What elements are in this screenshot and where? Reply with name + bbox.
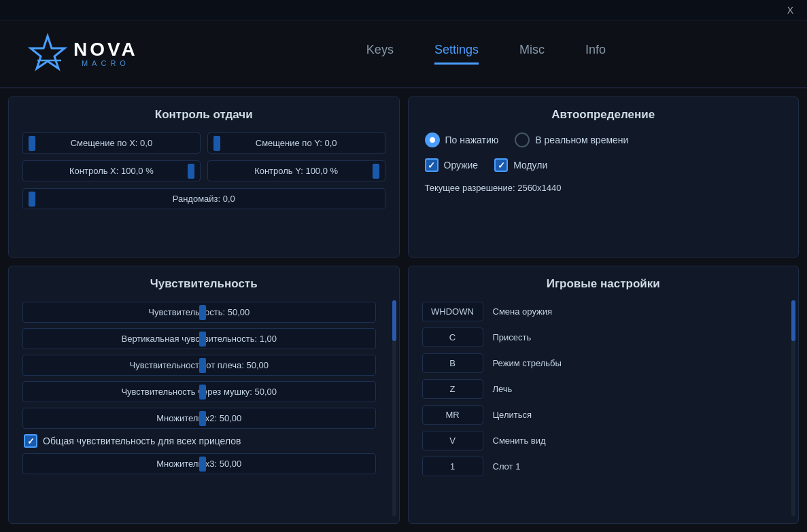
sensitivity-fields: Чувствительность: 50,00 Вертикальная чув…	[22, 302, 385, 474]
radio-press[interactable]: По нажатию	[425, 132, 499, 147]
header: NOVA MACRO Keys Settings Misc Info	[0, 20, 807, 88]
sens-checkbox-box[interactable]	[24, 434, 37, 448]
recoil-control-x-field[interactable]: Контроль X: 100,0 %	[22, 160, 201, 181]
sens-field-1[interactable]: Вертикальная чувствительность: 1,00	[22, 328, 376, 349]
svg-marker-0	[31, 36, 65, 69]
action-label-5: Сменить вид	[493, 436, 546, 446]
sensitivity-title: Чувствительность	[22, 277, 385, 291]
game-row-2: B Режим стрельбы	[422, 353, 776, 373]
game-row-0: WHDOWN Смена оружия	[422, 302, 776, 321]
radio-press-label: По нажатию	[445, 135, 499, 145]
sens-thumb-4	[199, 411, 206, 426]
sens-field-5[interactable]: Множитель x3: 50,00	[22, 453, 376, 474]
logo-nova: NOVA	[73, 40, 138, 59]
sens-field-3[interactable]: Чувствительность через мушку: 50,00	[22, 381, 376, 402]
sens-thumb-0	[199, 305, 206, 320]
sensitivity-panel: Чувствительность Чувствительность: 50,00…	[8, 266, 400, 524]
radio-realtime-circle	[515, 132, 530, 147]
checkbox-modules[interactable]: Модули	[494, 158, 547, 172]
radio-realtime[interactable]: В реальном времени	[515, 132, 628, 147]
logo: NOVA MACRO	[27, 33, 138, 74]
key-box-2[interactable]: B	[422, 353, 483, 373]
titlebar: X	[0, 0, 807, 20]
checkbox-weapon[interactable]: Оружие	[425, 158, 479, 172]
sens-thumb-2	[199, 358, 206, 373]
key-box-3[interactable]: Z	[422, 379, 483, 399]
sensitivity-scrollbar[interactable]	[392, 300, 396, 516]
sens-field-4[interactable]: Множитель x2: 50,00	[22, 408, 376, 429]
sens-thumb-3	[199, 385, 206, 400]
recoil-random-thumb	[29, 192, 35, 207]
logo-macro: MACRO	[73, 59, 138, 67]
game-row-6: 1 Слот 1	[422, 457, 776, 476]
recoil-offset-row: Смещение по X: 0,0 Смещение по Y: 0,0	[22, 132, 385, 154]
recoil-y-thumb	[213, 136, 220, 151]
sensitivity-scrollbar-thumb	[392, 300, 396, 341]
logo-text: NOVA MACRO	[73, 40, 138, 67]
game-rows: WHDOWN Смена оружия C Присесть B Режим с…	[422, 302, 785, 476]
recoil-x-thumb	[29, 136, 35, 151]
action-label-2: Режим стрельбы	[493, 358, 562, 368]
checkbox-modules-label: Модули	[513, 160, 547, 171]
game-row-3: Z Лечь	[422, 379, 776, 399]
game-panel: Игровые настройки WHDOWN Смена оружия C …	[408, 266, 800, 524]
game-row-4: MR Целиться	[422, 405, 776, 425]
auto-panel: Автоопределение По нажатию В реальном вр…	[408, 96, 800, 258]
game-title: Игровые настройки	[422, 277, 785, 291]
recoil-cx-thumb	[188, 164, 194, 179]
action-label-3: Лечь	[493, 384, 513, 394]
game-scrollbar[interactable]	[791, 300, 795, 516]
sens-checkbox-row: Общая чувствительность для всех прицелов	[22, 434, 376, 448]
game-scrollbar-thumb	[791, 300, 795, 341]
key-box-4[interactable]: MR	[422, 405, 483, 425]
checkbox-weapon-box	[425, 158, 439, 172]
sens-thumb-5	[199, 457, 206, 472]
recoil-cy-thumb	[373, 164, 379, 179]
logo-star-icon	[27, 33, 68, 74]
main-content: Контроль отдачи Смещение по X: 0,0 Смеще…	[0, 88, 807, 532]
tab-keys[interactable]: Keys	[366, 43, 394, 65]
radio-realtime-label: В реальном времени	[535, 135, 628, 145]
auto-radio-row: По нажатию В реальном времени	[425, 132, 783, 147]
action-label-6: Слот 1	[493, 461, 521, 472]
action-label-1: Присесть	[493, 332, 532, 342]
auto-checkbox-row: Оружие Модули	[425, 158, 783, 172]
recoil-title: Контроль отдачи	[22, 108, 385, 122]
key-box-0[interactable]: WHDOWN	[422, 302, 483, 321]
tab-info[interactable]: Info	[585, 43, 606, 65]
checkbox-weapon-label: Оружие	[444, 160, 479, 171]
recoil-control-row: Контроль X: 100,0 % Контроль Y: 100,0 %	[22, 160, 385, 181]
recoil-random-field[interactable]: Рандомайз: 0,0	[22, 188, 385, 209]
recoil-x-offset-field[interactable]: Смещение по X: 0,0	[22, 132, 201, 154]
recoil-y-offset-field[interactable]: Смещение по Y: 0,0	[207, 132, 385, 154]
sens-checkbox-label: Общая чувствительность для всех прицелов	[43, 436, 241, 446]
checkbox-modules-box	[494, 158, 508, 172]
recoil-control-y-field[interactable]: Контроль Y: 100,0 %	[207, 160, 385, 181]
action-label-0: Смена оружия	[493, 306, 553, 317]
action-label-4: Целиться	[493, 410, 532, 420]
close-button[interactable]: X	[782, 3, 799, 17]
sens-field-0[interactable]: Чувствительность: 50,00	[22, 302, 376, 323]
game-row-1: C Присесть	[422, 327, 776, 347]
tab-misc[interactable]: Misc	[519, 43, 545, 65]
key-box-5[interactable]: V	[422, 431, 483, 450]
tab-settings[interactable]: Settings	[434, 43, 479, 65]
radio-press-circle	[425, 132, 440, 147]
sens-thumb-1	[199, 332, 206, 347]
key-box-6[interactable]: 1	[422, 457, 483, 476]
auto-title: Автоопределение	[425, 108, 783, 122]
key-box-1[interactable]: C	[422, 327, 483, 347]
nav-tabs: Keys Settings Misc Info	[192, 43, 780, 65]
recoil-panel: Контроль отдачи Смещение по X: 0,0 Смеще…	[8, 96, 400, 258]
game-row-5: V Сменить вид	[422, 431, 776, 450]
resolution-text: Текущее разрешение: 2560x1440	[425, 183, 783, 193]
sens-field-2[interactable]: Чувствительность от плеча: 50,00	[22, 355, 376, 376]
